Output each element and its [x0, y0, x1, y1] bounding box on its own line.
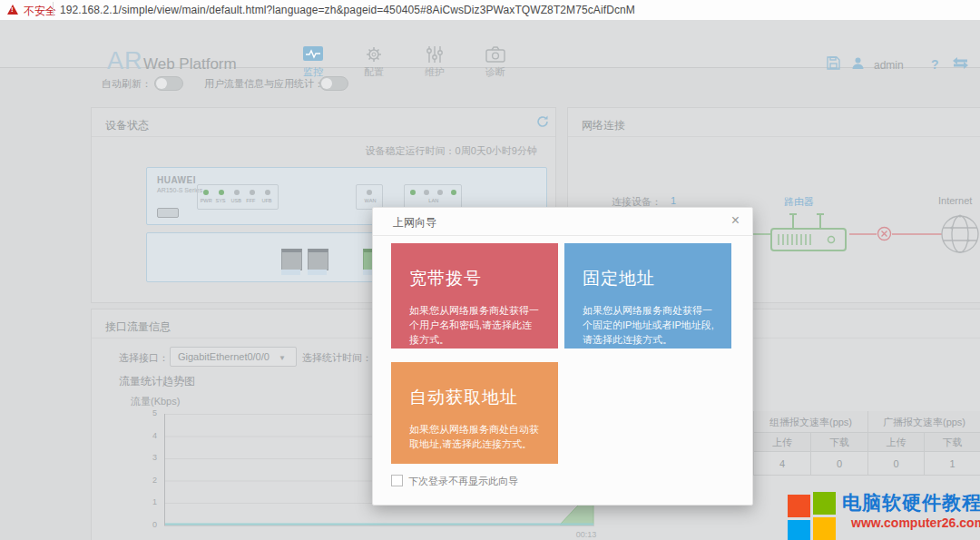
logout-icon[interactable]	[953, 56, 968, 73]
dont-show-again-label: 下次登录不再显示此向导	[408, 476, 518, 486]
y-tick: 3	[137, 453, 157, 462]
warning-triangle-icon	[7, 5, 18, 15]
wan-link-line	[849, 233, 877, 235]
option-desc: 如果您从网络服务商处获得一个固定的IP地址或者IP地址段,请选择此连接方式。	[583, 303, 715, 347]
diagnose-icon	[468, 45, 523, 64]
logo-subtitle: Web Platform	[143, 55, 237, 74]
led-pwr	[203, 190, 209, 195]
table-subheader: 下载	[924, 433, 980, 452]
usb-port2-icon	[308, 249, 328, 270]
chevron-down-icon: ▼	[279, 354, 286, 362]
app-header: AR Web Platform 监控 配置 维护 诊断	[0, 20, 980, 68]
table-subheader: 下载	[810, 433, 867, 452]
dialog-title: 上网向导	[393, 215, 436, 231]
chart-y-axis-label: 流量(Kbps)	[131, 395, 180, 408]
led-4	[250, 190, 255, 195]
browser-address-bar[interactable]: 不安全 192.168.2.1/simple/view/main/default…	[0, 0, 980, 21]
traffic-stats-label: 用户流量信息与应用统计：	[204, 77, 324, 91]
lan-label: LAN	[428, 198, 438, 203]
led-label: PWR	[201, 198, 212, 203]
option-title: 固定地址	[583, 267, 715, 290]
close-icon[interactable]: ×	[731, 212, 740, 229]
option-broadband-dialup[interactable]: 宽带拨号 如果您从网络服务商处获得一个用户名和密码,请选择此连接方式。	[391, 243, 558, 349]
dont-show-again-checkbox[interactable]	[391, 475, 403, 486]
connected-devices-count[interactable]: 1	[671, 195, 676, 206]
y-tick: 5	[137, 408, 157, 417]
led-label: USB	[230, 198, 241, 203]
username[interactable]: admin	[874, 59, 904, 72]
device-brand: HUAWEI	[157, 175, 196, 185]
url-text[interactable]: 192.168.2.1/simple/view/main/default.htm…	[60, 4, 635, 16]
led-sys	[219, 190, 224, 195]
auto-refresh-label: 自动刷新：	[102, 77, 152, 91]
disconnect-icon	[877, 226, 892, 245]
console-port-icon	[281, 249, 302, 270]
monitor-icon	[286, 45, 340, 64]
screen: 不安全 192.168.2.1/simple/view/main/default…	[0, 0, 980, 540]
user-icon[interactable]	[851, 56, 865, 74]
network-title: 网络连接	[582, 118, 625, 133]
table-subheader: 上传	[753, 433, 810, 452]
logo-square	[813, 517, 836, 540]
help-icon[interactable]: ?	[931, 57, 939, 72]
maintain-icon	[407, 45, 462, 64]
option-auto-address[interactable]: 自动获取地址 如果您从网络服务商处自动获取地址,请选择此连接方式。	[391, 362, 558, 464]
option-title: 自动获取地址	[409, 386, 542, 409]
option-title: 宽带拨号	[409, 267, 542, 290]
led-wan	[367, 190, 372, 195]
table-value: 0	[810, 452, 867, 476]
wan-led-group: WAN	[356, 184, 383, 210]
interface-dropdown-value: GigabitEthernet0/0/0	[178, 351, 270, 362]
option-desc: 如果您从网络服务商处自动获取地址,请选择此连接方式。	[409, 422, 542, 451]
port-label	[281, 270, 300, 275]
table-group-header: 广播报文速率(pps)	[867, 411, 980, 433]
x-tick: 00:13	[568, 530, 604, 539]
port-label	[308, 270, 327, 275]
divider	[568, 136, 980, 137]
traffic-title: 接口流量信息	[105, 319, 171, 335]
router-icon	[768, 211, 849, 260]
nav-config-label: 配置	[347, 65, 401, 79]
router-link[interactable]: 路由器	[784, 195, 814, 209]
led-lan2	[424, 190, 429, 195]
logo-square	[813, 492, 836, 515]
nav-maintain[interactable]: 维护	[407, 45, 462, 83]
table-value: 4	[753, 452, 810, 476]
select-time-label: 选择统计时间：	[302, 351, 372, 365]
nav-diagnose-label: 诊断	[468, 65, 523, 79]
led-label: UFB	[261, 198, 271, 203]
auto-refresh-toggle[interactable]	[154, 76, 183, 91]
table-subheader: 上传	[867, 433, 924, 452]
option-static-address[interactable]: 固定地址 如果您从网络服务商处获得一个固定的IP地址或者IP地址段,请选择此连接…	[564, 243, 731, 349]
y-tick: 1	[137, 497, 157, 506]
y-tick: 4	[137, 431, 157, 440]
dont-show-again-row: 下次登录不再显示此向导	[391, 472, 518, 488]
usb-port-icon	[157, 208, 179, 218]
traffic-stats-toggle[interactable]	[319, 76, 348, 91]
table-group-header: 组播报文速率(pps)	[753, 411, 867, 433]
nav-config[interactable]: 配置	[347, 45, 401, 83]
internet-label: Internet	[938, 195, 972, 206]
watermark-site-name: 电脑软硬件教程网	[842, 490, 980, 515]
logo-ar: AR	[107, 47, 143, 75]
watermark-site-url: www.computer26.com	[851, 515, 980, 530]
save-icon[interactable]	[827, 56, 840, 74]
logo-square	[788, 520, 810, 540]
led-lan4	[451, 190, 456, 195]
led-label: FFF	[246, 198, 255, 203]
interface-dropdown[interactable]: GigabitEthernet0/0/0▼	[170, 347, 297, 367]
logo-square	[788, 495, 810, 517]
table-value: 1	[924, 452, 980, 476]
internet-globe-icon	[940, 214, 980, 258]
led-label: SYS	[215, 198, 225, 203]
y-tick: 0	[137, 520, 157, 529]
nav-diagnose[interactable]: 诊断	[468, 45, 523, 83]
security-warning[interactable]: 不安全	[24, 4, 56, 19]
refresh-icon[interactable]	[536, 115, 549, 132]
led-usb	[234, 190, 240, 195]
device-status-title: 设备状态	[105, 118, 149, 133]
internet-wizard-dialog: 上网向导 × 宽带拨号 如果您从网络服务商处获得一个用户名和密码,请选择此连接方…	[372, 207, 753, 506]
device-model: AR150-S Series	[157, 187, 202, 193]
led-lan3	[437, 190, 443, 195]
option-desc: 如果您从网络服务商处获得一个用户名和密码,请选择此连接方式。	[409, 303, 542, 347]
